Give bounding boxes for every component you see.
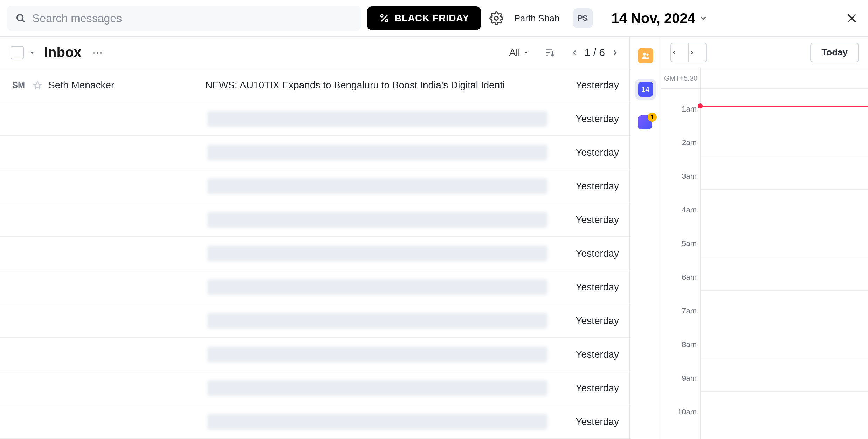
calendar-slot[interactable] (701, 291, 868, 324)
pager-text: 1 / 6 (585, 47, 605, 59)
redacted-content (207, 313, 547, 329)
message-row[interactable]: Yesterday (0, 237, 629, 270)
svg-point-0 (17, 14, 23, 21)
message-content (205, 145, 550, 160)
redacted-content (207, 111, 547, 127)
svg-marker-13 (34, 81, 41, 89)
date-picker[interactable]: 14 Nov, 2024 (612, 11, 708, 26)
date-label: 14 Nov, 2024 (612, 11, 695, 26)
black-friday-button[interactable]: BLACK FRIDAY (367, 6, 481, 30)
hour-label: 3am (682, 172, 697, 181)
calendar-slot[interactable] (701, 257, 868, 291)
message-content: NEWS: AU10TIX Expands to Bengaluru to Bo… (205, 80, 550, 91)
svg-point-5 (495, 16, 498, 20)
message-time: Yesterday (556, 282, 619, 293)
sort-icon (545, 47, 555, 58)
calendar-slot[interactable] (701, 190, 868, 223)
message-sender: Seth Menacker (48, 80, 199, 91)
cal-prev-button[interactable] (671, 43, 689, 62)
inbox-more-button[interactable]: ⋯ (92, 46, 103, 59)
message-row[interactable]: Yesterday (0, 405, 629, 439)
filter-dropdown[interactable]: All (509, 47, 529, 58)
message-row[interactable]: Yesterday (0, 102, 629, 136)
redacted-content (207, 414, 547, 430)
hour-label: 2am (682, 138, 697, 147)
message-time: Yesterday (556, 214, 619, 225)
calendar-slot[interactable] (701, 122, 868, 156)
message-row[interactable]: Yesterday (0, 338, 629, 371)
svg-line-2 (381, 15, 387, 21)
svg-point-24 (643, 53, 646, 56)
close-button[interactable] (843, 9, 861, 27)
calendar-slot[interactable] (701, 223, 868, 257)
hour-label: 7am (682, 306, 697, 316)
chevron-right-icon (611, 49, 619, 56)
message-time: Yesterday (556, 315, 619, 326)
redacted-content (207, 178, 547, 194)
message-row[interactable]: Yesterday (0, 270, 629, 304)
rail-calendar-button[interactable]: 14 (635, 79, 656, 100)
redacted-content (207, 246, 547, 261)
svg-line-1 (22, 20, 25, 22)
hour-label: 1am (682, 104, 697, 114)
page-prev-button[interactable] (571, 49, 578, 56)
settings-button[interactable] (487, 9, 505, 27)
calendar-slot[interactable] (701, 324, 868, 358)
redacted-content (207, 380, 547, 396)
svg-point-4 (386, 20, 388, 22)
redacted-content (207, 212, 547, 228)
search-input[interactable] (32, 12, 352, 25)
message-time: Yesterday (556, 80, 619, 91)
calendar-slot[interactable] (701, 392, 868, 425)
message-content (205, 380, 550, 396)
user-avatar[interactable]: PS (573, 8, 593, 28)
message-content (205, 178, 550, 194)
timezone-label: GMT+5:30 (661, 68, 700, 89)
message-row[interactable]: Yesterday (0, 136, 629, 169)
tasks-badge-count: 1 (650, 114, 654, 121)
svg-marker-8 (30, 52, 34, 54)
select-all-dropdown[interactable] (29, 49, 36, 56)
message-content (205, 111, 550, 127)
sort-button[interactable] (545, 47, 555, 58)
contacts-icon (641, 51, 650, 60)
user-info: Parth Shah (514, 13, 559, 24)
gear-icon (489, 11, 503, 25)
message-time: Yesterday (556, 383, 619, 394)
message-row[interactable]: SM Seth Menacker NEWS: AU10TIX Expands t… (0, 68, 629, 102)
message-time: Yesterday (556, 416, 619, 427)
message-row[interactable]: Yesterday (0, 304, 629, 338)
calendar-slot[interactable] (701, 156, 868, 190)
black-friday-label: BLACK FRIDAY (394, 13, 469, 24)
message-row[interactable]: Yesterday (0, 203, 629, 237)
calendar-day-label: 14 (641, 86, 649, 94)
close-icon (846, 12, 858, 25)
message-row[interactable]: Yesterday (0, 371, 629, 405)
current-time-dot-icon (698, 103, 703, 108)
redacted-content (207, 347, 547, 362)
message-content (205, 414, 550, 430)
star-icon (33, 81, 42, 90)
rail-tasks-button[interactable]: 1 (638, 115, 653, 131)
calendar-slot[interactable] (701, 358, 868, 392)
chevron-left-icon (671, 49, 688, 56)
user-initials: PS (578, 14, 588, 23)
star-button[interactable] (33, 81, 42, 90)
hour-label: 10am (677, 407, 697, 417)
filter-label: All (509, 47, 520, 58)
message-time: Yesterday (556, 248, 619, 259)
search-field[interactable] (7, 6, 361, 31)
calendar-slot[interactable] (701, 55, 868, 89)
message-initials: SM (11, 80, 27, 90)
select-all-checkbox[interactable] (11, 46, 24, 59)
page-next-button[interactable] (611, 49, 619, 56)
percent-icon (379, 13, 390, 23)
message-time: Yesterday (556, 147, 619, 158)
hour-label: 5am (682, 239, 697, 248)
hour-label: 8am (682, 340, 697, 349)
message-row[interactable]: Yesterday (0, 169, 629, 203)
svg-point-25 (646, 54, 649, 56)
rail-contacts-button[interactable] (638, 48, 653, 63)
tasks-badge: 1 (648, 113, 657, 122)
message-content (205, 313, 550, 329)
